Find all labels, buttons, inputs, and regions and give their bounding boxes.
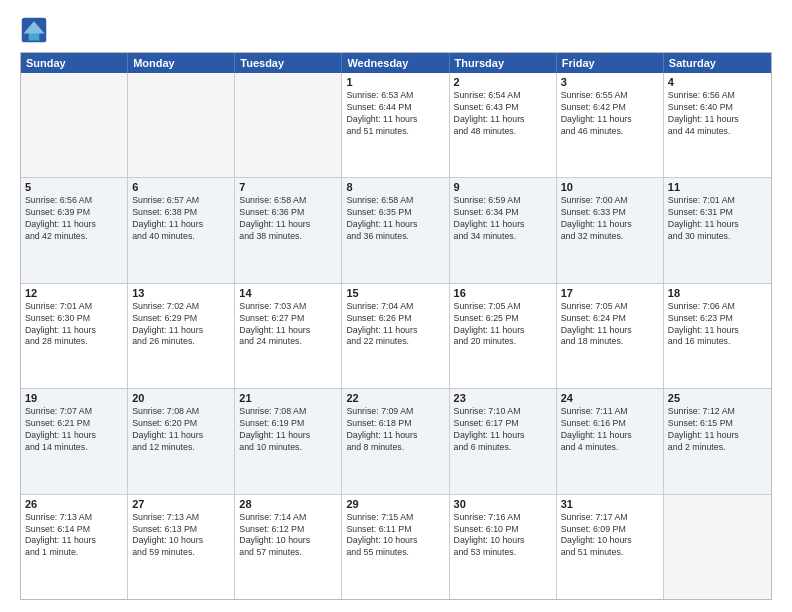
day-number: 21 bbox=[239, 392, 337, 404]
day-cell-8: 8Sunrise: 6:58 AM Sunset: 6:35 PM Daylig… bbox=[342, 178, 449, 282]
day-info: Sunrise: 7:17 AM Sunset: 6:09 PM Dayligh… bbox=[561, 512, 659, 560]
day-info: Sunrise: 6:58 AM Sunset: 6:36 PM Dayligh… bbox=[239, 195, 337, 243]
day-number: 30 bbox=[454, 498, 552, 510]
day-number: 23 bbox=[454, 392, 552, 404]
day-info: Sunrise: 6:56 AM Sunset: 6:40 PM Dayligh… bbox=[668, 90, 767, 138]
day-info: Sunrise: 7:01 AM Sunset: 6:30 PM Dayligh… bbox=[25, 301, 123, 349]
day-cell-24: 24Sunrise: 7:11 AM Sunset: 6:16 PM Dayli… bbox=[557, 389, 664, 493]
day-number: 14 bbox=[239, 287, 337, 299]
calendar-row-5: 26Sunrise: 7:13 AM Sunset: 6:14 PM Dayli… bbox=[21, 494, 771, 599]
day-number: 26 bbox=[25, 498, 123, 510]
header-cell-tuesday: Tuesday bbox=[235, 53, 342, 73]
day-number: 3 bbox=[561, 76, 659, 88]
day-info: Sunrise: 6:59 AM Sunset: 6:34 PM Dayligh… bbox=[454, 195, 552, 243]
day-info: Sunrise: 7:15 AM Sunset: 6:11 PM Dayligh… bbox=[346, 512, 444, 560]
day-number: 8 bbox=[346, 181, 444, 193]
day-cell-19: 19Sunrise: 7:07 AM Sunset: 6:21 PM Dayli… bbox=[21, 389, 128, 493]
day-cell-13: 13Sunrise: 7:02 AM Sunset: 6:29 PM Dayli… bbox=[128, 284, 235, 388]
header-cell-wednesday: Wednesday bbox=[342, 53, 449, 73]
day-info: Sunrise: 7:12 AM Sunset: 6:15 PM Dayligh… bbox=[668, 406, 767, 454]
day-number: 4 bbox=[668, 76, 767, 88]
day-info: Sunrise: 6:57 AM Sunset: 6:38 PM Dayligh… bbox=[132, 195, 230, 243]
day-number: 24 bbox=[561, 392, 659, 404]
day-info: Sunrise: 7:01 AM Sunset: 6:31 PM Dayligh… bbox=[668, 195, 767, 243]
day-cell-3: 3Sunrise: 6:55 AM Sunset: 6:42 PM Daylig… bbox=[557, 73, 664, 177]
day-info: Sunrise: 7:13 AM Sunset: 6:14 PM Dayligh… bbox=[25, 512, 123, 560]
day-cell-20: 20Sunrise: 7:08 AM Sunset: 6:20 PM Dayli… bbox=[128, 389, 235, 493]
day-cell-22: 22Sunrise: 7:09 AM Sunset: 6:18 PM Dayli… bbox=[342, 389, 449, 493]
day-number: 13 bbox=[132, 287, 230, 299]
day-info: Sunrise: 6:54 AM Sunset: 6:43 PM Dayligh… bbox=[454, 90, 552, 138]
logo-icon bbox=[20, 16, 48, 44]
day-cell-23: 23Sunrise: 7:10 AM Sunset: 6:17 PM Dayli… bbox=[450, 389, 557, 493]
empty-cell-0-1 bbox=[128, 73, 235, 177]
calendar-row-1: 1Sunrise: 6:53 AM Sunset: 6:44 PM Daylig… bbox=[21, 73, 771, 177]
calendar-header: SundayMondayTuesdayWednesdayThursdayFrid… bbox=[21, 53, 771, 73]
empty-cell-4-6 bbox=[664, 495, 771, 599]
day-cell-26: 26Sunrise: 7:13 AM Sunset: 6:14 PM Dayli… bbox=[21, 495, 128, 599]
logo bbox=[20, 16, 52, 44]
day-info: Sunrise: 7:06 AM Sunset: 6:23 PM Dayligh… bbox=[668, 301, 767, 349]
day-cell-6: 6Sunrise: 6:57 AM Sunset: 6:38 PM Daylig… bbox=[128, 178, 235, 282]
day-number: 18 bbox=[668, 287, 767, 299]
day-cell-14: 14Sunrise: 7:03 AM Sunset: 6:27 PM Dayli… bbox=[235, 284, 342, 388]
day-number: 29 bbox=[346, 498, 444, 510]
day-cell-7: 7Sunrise: 6:58 AM Sunset: 6:36 PM Daylig… bbox=[235, 178, 342, 282]
day-number: 31 bbox=[561, 498, 659, 510]
day-cell-25: 25Sunrise: 7:12 AM Sunset: 6:15 PM Dayli… bbox=[664, 389, 771, 493]
day-info: Sunrise: 6:55 AM Sunset: 6:42 PM Dayligh… bbox=[561, 90, 659, 138]
day-info: Sunrise: 7:08 AM Sunset: 6:19 PM Dayligh… bbox=[239, 406, 337, 454]
day-number: 1 bbox=[346, 76, 444, 88]
day-info: Sunrise: 7:00 AM Sunset: 6:33 PM Dayligh… bbox=[561, 195, 659, 243]
day-info: Sunrise: 7:04 AM Sunset: 6:26 PM Dayligh… bbox=[346, 301, 444, 349]
day-cell-18: 18Sunrise: 7:06 AM Sunset: 6:23 PM Dayli… bbox=[664, 284, 771, 388]
day-info: Sunrise: 7:08 AM Sunset: 6:20 PM Dayligh… bbox=[132, 406, 230, 454]
day-cell-2: 2Sunrise: 6:54 AM Sunset: 6:43 PM Daylig… bbox=[450, 73, 557, 177]
day-cell-29: 29Sunrise: 7:15 AM Sunset: 6:11 PM Dayli… bbox=[342, 495, 449, 599]
page: SundayMondayTuesdayWednesdayThursdayFrid… bbox=[0, 0, 792, 612]
day-cell-27: 27Sunrise: 7:13 AM Sunset: 6:13 PM Dayli… bbox=[128, 495, 235, 599]
day-number: 16 bbox=[454, 287, 552, 299]
day-info: Sunrise: 7:11 AM Sunset: 6:16 PM Dayligh… bbox=[561, 406, 659, 454]
header-cell-saturday: Saturday bbox=[664, 53, 771, 73]
day-number: 5 bbox=[25, 181, 123, 193]
header bbox=[20, 16, 772, 44]
day-cell-30: 30Sunrise: 7:16 AM Sunset: 6:10 PM Dayli… bbox=[450, 495, 557, 599]
day-info: Sunrise: 7:03 AM Sunset: 6:27 PM Dayligh… bbox=[239, 301, 337, 349]
day-info: Sunrise: 6:58 AM Sunset: 6:35 PM Dayligh… bbox=[346, 195, 444, 243]
day-number: 11 bbox=[668, 181, 767, 193]
day-info: Sunrise: 7:13 AM Sunset: 6:13 PM Dayligh… bbox=[132, 512, 230, 560]
day-number: 25 bbox=[668, 392, 767, 404]
day-number: 28 bbox=[239, 498, 337, 510]
day-number: 20 bbox=[132, 392, 230, 404]
day-number: 7 bbox=[239, 181, 337, 193]
day-cell-15: 15Sunrise: 7:04 AM Sunset: 6:26 PM Dayli… bbox=[342, 284, 449, 388]
day-info: Sunrise: 7:02 AM Sunset: 6:29 PM Dayligh… bbox=[132, 301, 230, 349]
day-info: Sunrise: 6:53 AM Sunset: 6:44 PM Dayligh… bbox=[346, 90, 444, 138]
calendar: SundayMondayTuesdayWednesdayThursdayFrid… bbox=[20, 52, 772, 600]
day-info: Sunrise: 7:16 AM Sunset: 6:10 PM Dayligh… bbox=[454, 512, 552, 560]
header-cell-sunday: Sunday bbox=[21, 53, 128, 73]
day-info: Sunrise: 7:05 AM Sunset: 6:25 PM Dayligh… bbox=[454, 301, 552, 349]
calendar-body: 1Sunrise: 6:53 AM Sunset: 6:44 PM Daylig… bbox=[21, 73, 771, 599]
day-number: 27 bbox=[132, 498, 230, 510]
day-info: Sunrise: 7:09 AM Sunset: 6:18 PM Dayligh… bbox=[346, 406, 444, 454]
header-cell-friday: Friday bbox=[557, 53, 664, 73]
header-cell-monday: Monday bbox=[128, 53, 235, 73]
day-cell-21: 21Sunrise: 7:08 AM Sunset: 6:19 PM Dayli… bbox=[235, 389, 342, 493]
day-number: 2 bbox=[454, 76, 552, 88]
day-number: 10 bbox=[561, 181, 659, 193]
day-cell-17: 17Sunrise: 7:05 AM Sunset: 6:24 PM Dayli… bbox=[557, 284, 664, 388]
day-cell-1: 1Sunrise: 6:53 AM Sunset: 6:44 PM Daylig… bbox=[342, 73, 449, 177]
day-cell-31: 31Sunrise: 7:17 AM Sunset: 6:09 PM Dayli… bbox=[557, 495, 664, 599]
empty-cell-0-2 bbox=[235, 73, 342, 177]
day-number: 6 bbox=[132, 181, 230, 193]
day-number: 17 bbox=[561, 287, 659, 299]
day-info: Sunrise: 7:10 AM Sunset: 6:17 PM Dayligh… bbox=[454, 406, 552, 454]
header-cell-thursday: Thursday bbox=[450, 53, 557, 73]
day-info: Sunrise: 6:56 AM Sunset: 6:39 PM Dayligh… bbox=[25, 195, 123, 243]
day-cell-16: 16Sunrise: 7:05 AM Sunset: 6:25 PM Dayli… bbox=[450, 284, 557, 388]
empty-cell-0-0 bbox=[21, 73, 128, 177]
day-cell-9: 9Sunrise: 6:59 AM Sunset: 6:34 PM Daylig… bbox=[450, 178, 557, 282]
day-number: 22 bbox=[346, 392, 444, 404]
